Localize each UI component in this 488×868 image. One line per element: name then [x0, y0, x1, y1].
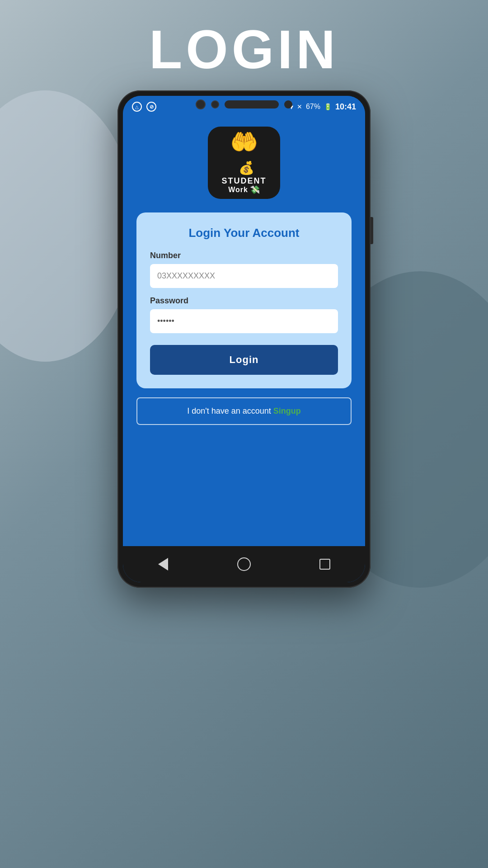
home-icon — [237, 557, 251, 571]
card-title: Login Your Account — [150, 226, 338, 240]
signup-link[interactable]: Singup — [273, 406, 301, 415]
camera-secondary — [211, 100, 219, 108]
nav-home-button[interactable] — [235, 555, 253, 573]
number-label: Number — [150, 251, 338, 260]
phone-device: △ ⊘ ▾ ✕ 67% 🔋 10:41 🤲💰 — [117, 90, 371, 588]
bg-decoration-left — [0, 90, 136, 362]
logo-text-student: STUDENT — [222, 177, 267, 185]
phone-top-area — [123, 96, 365, 113]
nav-back-button[interactable] — [154, 555, 172, 573]
phone-speaker — [225, 100, 279, 108]
password-input[interactable] — [150, 309, 338, 333]
password-label: Password — [150, 296, 338, 306]
app-content: 🤲💰 STUDENT Work 💸 Login Your Account Num… — [123, 118, 365, 546]
logo-icon: 🤲💰 — [230, 131, 258, 176]
phone-sensor — [284, 100, 292, 108]
back-icon — [158, 558, 168, 571]
page-title: LOGIN — [0, 18, 488, 80]
logo-money-emoji: 💸 — [250, 185, 260, 195]
nav-recent-button[interactable] — [316, 555, 334, 573]
login-button[interactable]: Login — [150, 345, 338, 375]
logo-text-work: Work — [228, 186, 248, 193]
login-card: Login Your Account Number Password Login — [136, 212, 352, 388]
signup-text: I don't have an account — [187, 406, 273, 415]
number-input[interactable] — [150, 264, 338, 288]
recent-icon — [319, 559, 330, 570]
camera-main — [196, 99, 206, 109]
signup-container: I don't have an account Singup — [136, 397, 352, 425]
phone-screen: △ ⊘ ▾ ✕ 67% 🔋 10:41 🤲💰 — [123, 96, 365, 582]
phone-side-button — [371, 217, 373, 244]
nav-bar — [123, 546, 365, 582]
app-logo: 🤲💰 STUDENT Work 💸 — [208, 127, 280, 199]
